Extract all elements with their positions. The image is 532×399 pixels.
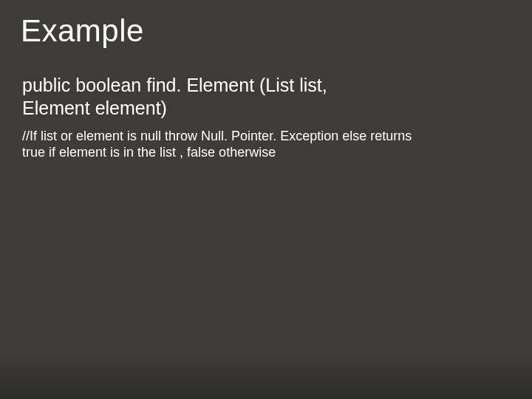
code-line-2: Element element): [22, 98, 167, 118]
code-comment: //If list or element is null throw Null.…: [21, 128, 511, 161]
code-signature: public boolean find. Element (List list,…: [21, 74, 511, 120]
slide-title: Example: [21, 13, 511, 49]
bottom-gradient: [0, 355, 532, 399]
slide: Example public boolean find. Element (Li…: [0, 0, 532, 399]
comment-line-2: true if element is in the list , false o…: [22, 145, 276, 160]
comment-line-1: //If list or element is null throw Null.…: [22, 129, 412, 143]
code-line-1: public boolean find. Element (List list,: [22, 75, 327, 95]
